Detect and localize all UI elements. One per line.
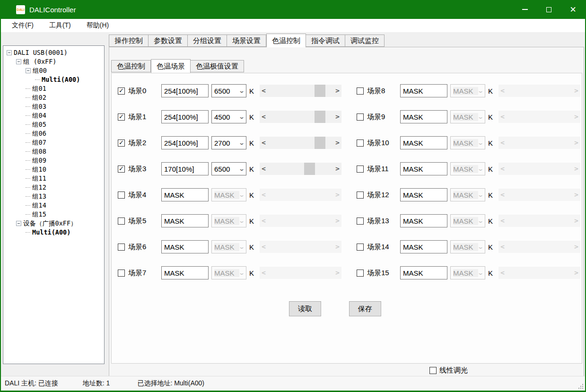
main-tab[interactable]: 调试监控 [345, 35, 385, 47]
scene-checkbox[interactable] [357, 244, 364, 251]
scroll-left-icon[interactable]: < [260, 87, 268, 94]
tree-item[interactable]: 组07 [3, 138, 104, 147]
scene-level-input[interactable] [400, 240, 447, 253]
main-tab[interactable]: 操作控制 [109, 35, 149, 47]
scene-checkbox[interactable] [118, 244, 125, 251]
scrollbar-thumb[interactable] [304, 163, 315, 175]
scroll-left-icon[interactable]: < [499, 270, 507, 276]
scrollbar-track[interactable] [507, 241, 572, 253]
scene-temp-select[interactable]: MASK ⌄ [450, 84, 485, 97]
scene-temp-scrollbar[interactable]: < > [260, 189, 341, 201]
scene-temp-scrollbar[interactable]: < > [499, 241, 580, 253]
scene-level-input[interactable] [400, 214, 447, 227]
tree-item[interactable]: 组01 [3, 84, 104, 93]
scene-level-input[interactable] [161, 84, 209, 97]
scrollbar-track[interactable] [268, 267, 333, 279]
resize-grip[interactable] [582, 388, 583, 389]
scene-checkbox[interactable] [357, 192, 364, 199]
tree-item[interactable]: 组12 [3, 183, 104, 192]
scroll-left-icon[interactable]: < [499, 166, 507, 172]
scene-temp-select[interactable]: MASK ⌄ [211, 266, 246, 279]
scene-temp-select[interactable]: 4500 ⌄ [211, 110, 246, 123]
scroll-right-icon[interactable]: > [333, 87, 341, 94]
scene-level-input[interactable] [161, 188, 209, 201]
tree-item[interactable]: 组02 [3, 93, 104, 102]
scene-checkbox[interactable] [357, 218, 364, 225]
scrollbar-track[interactable] [268, 163, 333, 175]
scene-temp-scrollbar[interactable]: < > [260, 137, 341, 149]
scene-temp-select[interactable]: 6500 ⌄ [211, 84, 246, 97]
scene-level-input[interactable] [400, 162, 447, 175]
scene-temp-scrollbar[interactable]: < > [260, 163, 341, 175]
main-tab[interactable]: 指令调试 [306, 35, 345, 47]
scrollbar-track[interactable] [507, 137, 572, 149]
scroll-left-icon[interactable]: < [499, 192, 507, 198]
menu-item[interactable]: 工具(T) [44, 19, 76, 32]
scrollbar-track[interactable] [507, 163, 572, 175]
tree-item[interactable]: 设备（广播0xFF） [3, 219, 104, 228]
scroll-right-icon[interactable]: > [572, 139, 580, 146]
scene-temp-scrollbar[interactable]: < > [499, 163, 580, 175]
scene-temp-select[interactable]: MASK ⌄ [450, 240, 485, 253]
scene-temp-scrollbar[interactable]: < > [260, 111, 341, 123]
scene-level-input[interactable] [400, 84, 447, 97]
scroll-right-icon[interactable]: > [333, 270, 341, 276]
scroll-right-icon[interactable]: > [333, 166, 341, 172]
scroll-left-icon[interactable]: < [499, 113, 507, 120]
scroll-right-icon[interactable]: > [572, 192, 580, 198]
scene-temp-scrollbar[interactable]: < > [260, 241, 341, 253]
scroll-right-icon[interactable]: > [572, 166, 580, 172]
scene-temp-scrollbar[interactable]: < > [260, 267, 341, 279]
main-tab[interactable]: 参数设置 [149, 35, 188, 47]
scroll-left-icon[interactable]: < [260, 139, 268, 146]
tree-item[interactable]: Multi(A00) [3, 75, 104, 84]
scroll-right-icon[interactable]: > [572, 113, 580, 120]
scroll-right-icon[interactable]: > [333, 192, 341, 198]
scrollbar-track[interactable] [507, 215, 572, 227]
scrollbar-track[interactable] [507, 111, 572, 123]
tree-item[interactable]: 组03 [3, 102, 104, 111]
sub-tab[interactable]: 色温极值设置 [191, 60, 244, 72]
scene-temp-select[interactable]: MASK ⌄ [450, 162, 485, 175]
scene-checkbox[interactable] [118, 192, 125, 199]
scene-temp-scrollbar[interactable]: < > [499, 85, 580, 97]
linear-dimming-checkbox[interactable] [429, 367, 437, 374]
minimize-button[interactable] [513, 0, 537, 19]
scrollbar-track[interactable] [268, 189, 333, 201]
scene-temp-select[interactable]: MASK ⌄ [450, 214, 485, 227]
scene-level-input[interactable] [161, 240, 209, 253]
scroll-left-icon[interactable]: < [499, 244, 507, 250]
tree-collapse-icon[interactable] [26, 68, 31, 73]
scene-temp-scrollbar[interactable]: < > [260, 215, 341, 227]
tree-item[interactable]: 组15 [3, 210, 104, 219]
tree-collapse-icon[interactable] [16, 59, 21, 64]
tree-collapse-icon[interactable] [16, 221, 21, 226]
main-tab[interactable]: 色温控制 [266, 34, 306, 47]
scene-temp-select[interactable]: 2700 ⌄ [211, 136, 246, 149]
scene-temp-select[interactable]: MASK ⌄ [211, 188, 246, 201]
scene-temp-select[interactable]: MASK ⌄ [450, 110, 485, 123]
scrollbar-track[interactable] [268, 137, 333, 149]
scene-checkbox[interactable] [357, 270, 364, 277]
scene-level-input[interactable] [161, 136, 209, 149]
scroll-left-icon[interactable]: < [260, 166, 268, 172]
scene-level-input[interactable] [400, 110, 447, 123]
scroll-left-icon[interactable]: < [260, 113, 268, 120]
scroll-left-icon[interactable]: < [260, 192, 268, 198]
scene-temp-select[interactable]: MASK ⌄ [211, 214, 246, 227]
tree-item[interactable]: 组10 [3, 165, 104, 174]
scrollbar-track[interactable] [268, 111, 333, 123]
scroll-right-icon[interactable]: > [572, 244, 580, 250]
tree-item[interactable]: 组06 [3, 129, 104, 138]
scene-level-input[interactable] [400, 266, 447, 279]
scroll-left-icon[interactable]: < [260, 244, 268, 250]
scroll-right-icon[interactable]: > [572, 87, 580, 94]
scene-temp-scrollbar[interactable]: < > [499, 215, 580, 227]
save-button[interactable]: 保存 [349, 301, 381, 316]
tree-item[interactable]: 组13 [3, 192, 104, 201]
scrollbar-track[interactable] [507, 85, 572, 97]
scene-checkbox[interactable] [357, 87, 364, 95]
sub-tab[interactable]: 色温场景 [151, 59, 191, 73]
tree-item[interactable]: 组08 [3, 147, 104, 156]
menu-item[interactable]: 帮助(H) [82, 19, 114, 32]
